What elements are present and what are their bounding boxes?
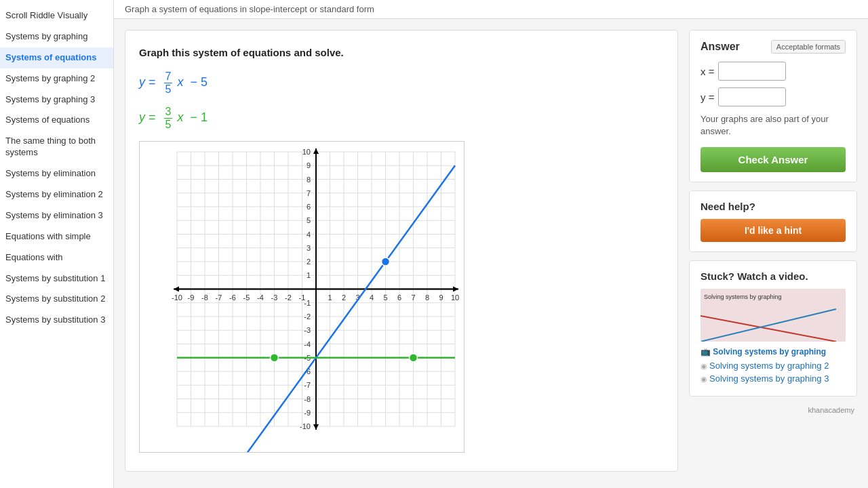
- answer-note: Your graphs are also part of your answer…: [701, 113, 846, 138]
- svg-text:7: 7: [307, 189, 311, 197]
- svg-text:-3: -3: [271, 293, 278, 302]
- svg-text:9: 9: [307, 162, 311, 170]
- main-content: Graph a system of equations in slope-int…: [114, 0, 868, 488]
- hint-button[interactable]: I'd like a hint: [701, 219, 846, 242]
- svg-text:-8: -8: [201, 293, 208, 302]
- svg-text:-9: -9: [188, 293, 195, 302]
- svg-marker-47: [313, 424, 319, 430]
- x-input[interactable]: [718, 62, 786, 81]
- svg-text:10: 10: [302, 148, 311, 156]
- svg-text:8: 8: [425, 293, 429, 302]
- x-answer-row: x =: [701, 62, 846, 81]
- video-thumbnail[interactable]: Solving systems by graphing: [701, 289, 846, 342]
- graph-container: -10-9-8-7-6-5-4-3-2-112345678910-10-9-8-…: [139, 141, 465, 455]
- svg-text:10: 10: [451, 293, 459, 302]
- svg-text:-2: -2: [285, 293, 292, 302]
- sidebar-item-scroll-riddle-visually[interactable]: Scroll Riddle Visually: [0, 5, 113, 26]
- svg-text:Solving systems by graphing: Solving systems by graphing: [704, 293, 782, 300]
- help-title: Need help?: [701, 201, 846, 212]
- problem-title: Graph this system of equations and solve…: [139, 47, 664, 58]
- svg-text:2: 2: [307, 258, 311, 266]
- svg-text:4: 4: [307, 230, 311, 239]
- y-input[interactable]: [718, 87, 786, 106]
- svg-text:4: 4: [370, 293, 374, 302]
- svg-text:-10: -10: [300, 422, 311, 430]
- khan-logo: khanacademy: [689, 405, 857, 415]
- svg-text:-8: -8: [304, 395, 311, 403]
- svg-text:5: 5: [307, 217, 311, 225]
- x-label: x =: [701, 66, 714, 77]
- svg-marker-44: [174, 287, 179, 292]
- eq1-fraction: 7 5: [164, 70, 173, 95]
- sidebar-item-systems-by-substitution-3[interactable]: Systems by substitution 3: [0, 310, 113, 331]
- svg-marker-43: [453, 287, 458, 292]
- sidebar-item-equations-with[interactable]: Equations with: [0, 247, 113, 268]
- svg-text:-9: -9: [304, 409, 311, 417]
- video-link-2[interactable]: Solving systems by graphing 3: [701, 373, 846, 384]
- eq1-numerator: 7: [164, 70, 173, 83]
- sidebar: Scroll Riddle VisuallySystems by graphin…: [0, 0, 114, 488]
- eq2-constant: − 1: [190, 110, 208, 124]
- video-preview-svg: Solving systems by graphing: [701, 289, 846, 342]
- svg-text:-7: -7: [216, 293, 222, 302]
- svg-text:-6: -6: [229, 293, 236, 302]
- sidebar-item-systems-by-graphing[interactable]: Systems by graphing: [0, 26, 113, 47]
- graph-svg[interactable]: -10-9-8-7-6-5-4-3-2-112345678910-10-9-8-…: [139, 141, 465, 453]
- answer-box: Answer Acceptable formats x = y = Your g…: [689, 30, 857, 182]
- svg-text:8: 8: [307, 176, 311, 184]
- sidebar-item-systems-by-elimination[interactable]: Systems by elimination: [0, 163, 113, 184]
- video-current-label: 📺 Solving systems by graphing: [701, 347, 846, 357]
- svg-text:-4: -4: [304, 340, 311, 348]
- problem-panel: Graph this system of equations and solve…: [125, 30, 678, 472]
- sidebar-item-systems-of-equations[interactable]: Systems of equations: [0, 47, 113, 68]
- svg-text:1: 1: [307, 272, 311, 280]
- sidebar-item-systems-by-elimination-2[interactable]: Systems by elimination 2: [0, 184, 113, 205]
- answer-title: Answer: [701, 41, 740, 53]
- eq1-constant: − 5: [190, 75, 208, 89]
- svg-text:-4: -4: [257, 293, 264, 302]
- svg-text:-3: -3: [304, 327, 311, 335]
- acceptable-formats-button[interactable]: Acceptable formats: [771, 40, 846, 54]
- y-label: y =: [701, 92, 714, 103]
- right-panel: Answer Acceptable formats x = y = Your g…: [689, 30, 857, 472]
- topbar: Graph a system of equations in slope-int…: [114, 0, 868, 19]
- equation-1: y = 7 5 x − 5: [139, 70, 664, 95]
- equation-2: y = 3 5 x − 1: [139, 106, 664, 130]
- svg-text:9: 9: [439, 293, 443, 302]
- svg-text:3: 3: [307, 244, 311, 252]
- eq2-numerator: 3: [164, 106, 173, 119]
- eq2-fraction: 3 5: [164, 106, 173, 130]
- sidebar-item-same-thing-to-both[interactable]: The same thing to both systems: [0, 131, 113, 163]
- svg-text:6: 6: [307, 203, 311, 211]
- svg-text:7: 7: [411, 293, 415, 302]
- sidebar-item-systems-of-equations-2[interactable]: Systems of equations: [0, 110, 113, 131]
- sidebar-item-systems-by-substitution-2[interactable]: Systems by substitution 2: [0, 289, 113, 310]
- sidebar-item-systems-by-elimination-3[interactable]: Systems by elimination 3: [0, 205, 113, 226]
- help-box: Need help? I'd like a hint: [689, 190, 857, 252]
- y-answer-row: y =: [701, 87, 846, 106]
- svg-text:5: 5: [383, 293, 387, 302]
- video-box: Stuck? Watch a video. Solving systems by…: [689, 260, 857, 396]
- svg-text:-7: -7: [304, 382, 311, 390]
- video-inner: Solving systems by graphing: [701, 289, 846, 342]
- sidebar-item-systems-by-graphing-2[interactable]: Systems by graphing 2: [0, 68, 113, 89]
- svg-text:-5: -5: [243, 293, 250, 302]
- topbar-text: Graph a system of equations in slope-int…: [125, 4, 374, 14]
- check-answer-button[interactable]: Check Answer: [701, 147, 846, 172]
- sidebar-item-systems-by-graphing-3[interactable]: Systems by graphing 3: [0, 89, 113, 110]
- sidebar-item-equations-with-simple[interactable]: Equations with simple: [0, 226, 113, 247]
- svg-text:2: 2: [342, 293, 346, 302]
- video-title: Stuck? Watch a video.: [701, 270, 846, 282]
- svg-point-90: [382, 258, 390, 266]
- svg-point-92: [410, 354, 418, 362]
- sidebar-item-systems-by-substitution-1[interactable]: Systems by substitution 1: [0, 268, 113, 289]
- svg-text:6: 6: [397, 293, 401, 302]
- svg-point-91: [271, 354, 279, 362]
- video-link-1[interactable]: Solving systems by graphing 2: [701, 361, 846, 371]
- svg-text:-10: -10: [172, 293, 182, 302]
- eq2-denominator: 5: [164, 119, 173, 131]
- svg-text:1: 1: [328, 293, 332, 302]
- svg-text:-1: -1: [304, 299, 311, 307]
- svg-marker-46: [313, 148, 319, 154]
- svg-text:-2: -2: [304, 312, 311, 321]
